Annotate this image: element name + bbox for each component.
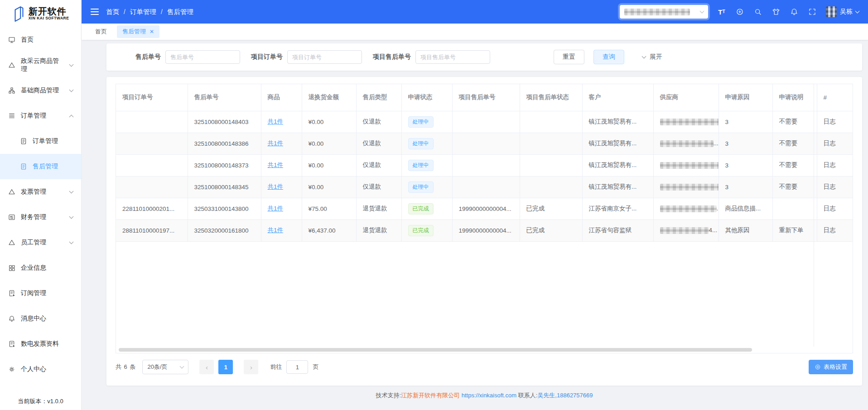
col-project-order-no: 项目订单号 <box>116 84 188 111</box>
contact-link[interactable]: 吴先生,18862757669 <box>537 392 593 399</box>
sidebar-item-aftersale-manage[interactable]: 售后管理 <box>0 154 81 179</box>
font-size-icon[interactable]: TT <box>717 7 726 16</box>
goods-count-link[interactable]: 共1件 <box>268 162 284 168</box>
cell-reason: 3 <box>719 154 772 176</box>
aftersale-no-input[interactable] <box>165 50 240 64</box>
log-link[interactable]: 日志 <box>824 205 836 212</box>
fullscreen-icon[interactable] <box>808 7 817 16</box>
cell-type: 仅退款 <box>356 176 401 198</box>
bell-icon <box>8 315 15 322</box>
avatar <box>826 6 837 17</box>
cell-log[interactable]: 日志 <box>817 133 853 154</box>
sidebar-item-order-manage[interactable]: 订单管理 <box>0 129 81 154</box>
sidebar-item-label: 订单管理 <box>21 112 46 120</box>
cell-after_sale_no: 3251008000148386 <box>188 133 261 154</box>
sidebar-item-label: 企业信息 <box>21 264 46 272</box>
org-chart-icon <box>8 87 15 94</box>
next-page-button[interactable]: › <box>244 360 258 374</box>
sidebar-item-personal-center[interactable]: 个人中心 <box>0 357 81 382</box>
goods-count-link[interactable]: 共1件 <box>268 118 284 125</box>
breadcrumb-aftersale[interactable]: 售后管理 <box>167 8 193 16</box>
cell-type: 仅退款 <box>356 111 401 133</box>
cell-type: 仅退款 <box>356 133 401 154</box>
breadcrumb-orders[interactable]: 订单管理 <box>130 8 156 16</box>
user-menu[interactable]: 吴栋 <box>826 6 859 17</box>
reset-button[interactable]: 重置 <box>554 50 584 64</box>
cell-status: 处理中 <box>401 154 452 176</box>
company-select[interactable] <box>620 5 708 19</box>
table-wrapper: 项目订单号 售后单号 商品 退换货金额 售后类型 申请状态 项目售后单号 项目售… <box>116 84 853 353</box>
cell-amount: ¥75.00 <box>302 198 356 219</box>
log-link[interactable]: 日志 <box>824 118 836 125</box>
hamburger-menu-icon[interactable] <box>91 9 99 15</box>
status-badge: 处理中 <box>408 181 434 193</box>
circle-plus-icon[interactable] <box>735 7 744 16</box>
goods-count-link[interactable]: 共1件 <box>268 140 284 147</box>
table-row: 22811010000201...3250331000143800共1件¥75.… <box>116 198 853 219</box>
cell-after_sale_no: 3251008000148403 <box>188 111 261 133</box>
sidebar-item-staff[interactable]: 员工管理 <box>0 230 81 255</box>
expand-toggle[interactable]: 展开 <box>642 53 662 61</box>
pagination: 共 6 条 20条/页 ‹ 1 › 前往 页 表格设置 <box>116 360 853 374</box>
sidebar-item-label: 政采云商品管理 <box>21 57 64 73</box>
cell-status: 处理中 <box>401 133 452 154</box>
goods-count-link[interactable]: 共1件 <box>268 183 284 190</box>
project-order-no-input[interactable] <box>287 50 362 64</box>
cell-log[interactable]: 日志 <box>817 154 853 176</box>
goods-count-link[interactable]: 共1件 <box>268 205 284 212</box>
redacted-supplier <box>660 205 717 212</box>
tab-home[interactable]: 首页 <box>90 25 112 38</box>
grid-icon <box>8 264 15 272</box>
sidebar-item-invoice[interactable]: 发票管理 <box>0 179 81 205</box>
triangle-icon <box>8 188 15 195</box>
goods-count-link[interactable]: 共1件 <box>268 227 284 234</box>
log-link[interactable]: 日志 <box>824 227 836 234</box>
cell-goods: 共1件 <box>261 154 302 176</box>
cell-amount: ¥6,437.00 <box>302 219 356 241</box>
sidebar-item-company-info[interactable]: 企业信息 <box>0 255 81 281</box>
cell-log[interactable]: 日志 <box>817 176 853 198</box>
sidebar-item-einvoice-docs[interactable]: 数电发票资料 <box>0 331 81 357</box>
sidebar-item-zcy-goods[interactable]: 政采云商品管理 <box>0 52 81 78</box>
page-size-select[interactable]: 20条/页 <box>142 360 188 374</box>
goto-page-input[interactable] <box>286 360 308 374</box>
cell-goods: 共1件 <box>261 111 302 133</box>
log-link[interactable]: 日志 <box>824 183 836 190</box>
cell-log[interactable]: 日志 <box>817 219 853 241</box>
search-button[interactable]: 查询 <box>593 50 624 64</box>
cell-customer: 镇江茂旭贸易有... <box>582 133 653 154</box>
breadcrumb-home[interactable]: 首页 <box>106 8 119 16</box>
cell-note: 不需要 <box>772 111 817 133</box>
chevron-down-icon <box>180 364 184 369</box>
sidebar-item-message-center[interactable]: 消息中心 <box>0 306 81 331</box>
project-aftersale-no-input[interactable] <box>415 50 490 64</box>
prev-page-button[interactable]: ‹ <box>199 360 214 374</box>
horizontal-scrollbar[interactable] <box>119 348 752 352</box>
monitor-icon <box>8 36 15 43</box>
sidebar-item-home[interactable]: 首页 <box>0 27 81 52</box>
sidebar-item-orders-group[interactable]: 订单管理 <box>0 103 81 129</box>
document-pen-icon <box>8 340 15 348</box>
cell-log[interactable]: 日志 <box>817 111 853 133</box>
bell-icon[interactable] <box>790 7 799 16</box>
status-badge: 已完成 <box>408 203 434 215</box>
close-icon[interactable]: ✕ <box>149 29 154 34</box>
sidebar-item-label: 发票管理 <box>21 188 46 196</box>
search-icon[interactable] <box>753 7 762 16</box>
log-link[interactable]: 日志 <box>824 162 836 168</box>
cell-note: 不需要 <box>772 133 817 154</box>
sidebar-item-subscription[interactable]: 订阅管理 <box>0 281 81 306</box>
log-link[interactable]: 日志 <box>824 140 836 147</box>
sidebar-item-finance[interactable]: 财务管理 <box>0 205 81 230</box>
page-number-1[interactable]: 1 <box>218 360 233 374</box>
menu-lines-icon <box>8 112 15 119</box>
theme-tshirt-icon[interactable] <box>772 7 781 16</box>
table-settings-button[interactable]: 表格设置 <box>809 360 853 374</box>
company-link[interactable]: 江苏新开软件有限公司 <box>401 392 460 399</box>
breadcrumb: 首页 / 订单管理 / 售后管理 <box>106 8 193 16</box>
website-link[interactable]: https://xinkaisoft.com <box>462 392 516 399</box>
cell-log[interactable]: 日志 <box>817 198 853 219</box>
tab-aftersale[interactable]: 售后管理 ✕ <box>117 25 159 38</box>
cell-note: 不需要 <box>772 154 817 176</box>
sidebar-item-base-goods[interactable]: 基础商品管理 <box>0 78 81 103</box>
